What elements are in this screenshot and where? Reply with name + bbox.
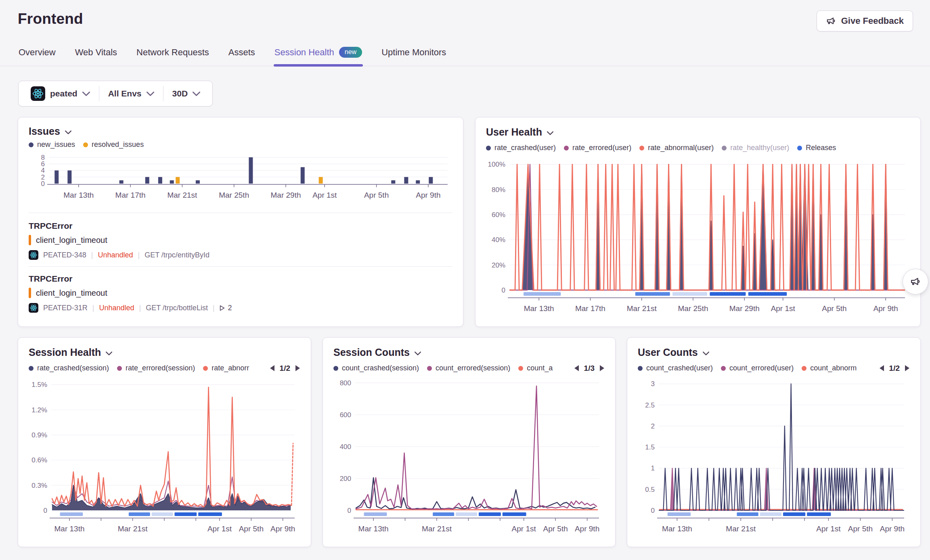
legend-label: count_errored(user): [729, 364, 794, 372]
issues-panel-header[interactable]: Issues: [29, 125, 452, 137]
user-counts-legend-pager: 1/2: [879, 364, 910, 373]
issue-row[interactable]: TRPCErrorclient_login_timeoutPEATED-348|…: [29, 219, 452, 266]
tab-overview[interactable]: Overview: [18, 43, 57, 66]
legend-item[interactable]: rate_abnormal(user): [639, 144, 714, 152]
legend-item[interactable]: rate_healthy(user): [722, 144, 789, 152]
replay-count[interactable]: 2: [220, 304, 232, 312]
svg-text:2: 2: [41, 173, 45, 181]
environment-selector[interactable]: All Envs: [99, 81, 163, 106]
legend-item[interactable]: count_abnorm: [802, 364, 857, 372]
legend-dot: [564, 146, 569, 150]
svg-text:Apr 9th: Apr 9th: [575, 524, 599, 533]
legend-prev-button[interactable]: [879, 365, 884, 372]
tab-network-requests[interactable]: Network Requests: [136, 43, 210, 66]
svg-text:0: 0: [348, 507, 351, 514]
legend-item[interactable]: rate_crashed(user): [486, 144, 556, 152]
legend-dot: [29, 142, 34, 147]
svg-text:Mar 21st: Mar 21st: [118, 524, 148, 533]
panel-user-counts: User Counts count_crashed(user)count_err…: [627, 337, 921, 547]
legend-label: count_crashed(user): [646, 364, 713, 372]
svg-text:1: 1: [651, 464, 655, 472]
svg-text:Mar 21st: Mar 21st: [726, 524, 756, 533]
svg-text:Mar 25th: Mar 25th: [219, 191, 249, 199]
panel-session-health: Session Health rate_crashed(session)rate…: [18, 337, 311, 547]
svg-text:0: 0: [651, 507, 655, 514]
legend-dot: [797, 146, 802, 150]
legend-dot: [518, 366, 523, 371]
svg-text:200: 200: [340, 475, 351, 483]
tab-session-health[interactable]: Session Healthnew: [274, 43, 363, 66]
svg-text:600: 600: [340, 411, 351, 419]
project-selector[interactable]: peated: [22, 81, 99, 106]
tab-uptime-monitors[interactable]: Uptime Monitors: [381, 43, 447, 66]
chevron-down-icon: [65, 130, 71, 134]
session-counts-panel-header[interactable]: Session Counts: [333, 346, 605, 359]
legend-next-button[interactable]: [905, 365, 910, 372]
issue-culprit: GET /trpc/entityById: [145, 251, 209, 259]
legend-item[interactable]: count_crashed(session): [333, 364, 419, 372]
issue-error-type: TRPCError: [29, 221, 452, 231]
svg-text:Apr 5th: Apr 5th: [543, 524, 568, 533]
session-health-panel-header[interactable]: Session Health: [29, 346, 300, 359]
new-badge: new: [339, 47, 362, 58]
floating-feedback-button[interactable]: [903, 269, 928, 295]
svg-text:0: 0: [44, 507, 47, 514]
legend-item[interactable]: rate_errored(session): [117, 364, 195, 372]
session-counts-chart: 8006004002000Mar 13thMar 21stApr 1stApr …: [333, 376, 605, 539]
svg-text:Apr 9th: Apr 9th: [270, 524, 295, 533]
active-tab-underline: [274, 64, 363, 67]
legend-item[interactable]: new_issues: [29, 140, 75, 149]
tab-label: Overview: [19, 47, 56, 58]
user-health-legend: rate_crashed(user)rate_errored(user)rate…: [486, 144, 910, 152]
legend-item[interactable]: resolved_issues: [83, 140, 144, 149]
issue-message-text: client_login_timeout: [36, 288, 107, 298]
user-counts-chart: 32.521.510.50Mar 13thMar 21stApr 1stApr …: [638, 376, 910, 539]
legend-prev-button[interactable]: [270, 365, 275, 372]
chevron-down-icon: [147, 92, 154, 96]
legend-label: new_issues: [37, 140, 75, 149]
svg-text:2: 2: [651, 422, 655, 430]
tab-assets[interactable]: Assets: [228, 43, 256, 66]
legend-item[interactable]: count_errored(user): [721, 364, 794, 372]
legend-item[interactable]: count_crashed(user): [638, 364, 713, 372]
legend-label: rate_crashed(user): [494, 144, 556, 152]
page-header: Frontend Give Feedback: [0, 0, 930, 31]
meta-separator: |: [91, 251, 93, 259]
user-counts-panel-header[interactable]: User Counts: [638, 346, 910, 359]
user-health-panel-header[interactable]: User Health: [486, 125, 910, 139]
megaphone-icon: [910, 276, 921, 287]
user-counts-legend: count_crashed(user)count_errored(user)co…: [638, 364, 875, 372]
svg-text:Mar 25th: Mar 25th: [678, 304, 708, 313]
legend-item[interactable]: rate_errored(user): [564, 144, 631, 152]
legend-dot: [83, 142, 88, 147]
tab-web-vitals[interactable]: Web Vitals: [74, 43, 118, 66]
meta-separator: |: [138, 251, 140, 259]
legend-label: count_errored(session): [436, 364, 510, 372]
issue-culprit: GET /trpc/bottleList: [146, 304, 208, 312]
issue-row[interactable]: TRPCErrorclient_login_timeoutPEATED-31R|…: [29, 266, 452, 319]
legend-dot: [639, 146, 644, 150]
legend-prev-button[interactable]: [574, 365, 579, 372]
legend-item[interactable]: rate_abnorr: [203, 364, 249, 372]
issues-list: TRPCErrorclient_login_timeoutPEATED-348|…: [29, 213, 452, 319]
svg-text:20%: 20%: [492, 261, 505, 269]
svg-text:Mar 17th: Mar 17th: [575, 304, 605, 313]
give-feedback-button[interactable]: Give Feedback: [817, 10, 913, 31]
legend-next-button[interactable]: [599, 365, 605, 372]
svg-text:3: 3: [651, 380, 655, 388]
date-range-selector[interactable]: 30D: [163, 81, 209, 106]
legend-item[interactable]: rate_crashed(session): [29, 364, 109, 372]
legend-dot: [722, 146, 727, 150]
legend-label: rate_healthy(user): [730, 144, 789, 152]
svg-text:0.3%: 0.3%: [31, 482, 47, 489]
legend-item[interactable]: count_errored(session): [427, 364, 510, 372]
svg-text:6: 6: [41, 160, 45, 168]
legend-item[interactable]: count_a: [518, 364, 553, 372]
legend-dot: [638, 366, 643, 371]
svg-text:Apr 5th: Apr 5th: [364, 191, 389, 199]
legend-item[interactable]: Releases: [797, 144, 836, 152]
svg-text:Apr 1st: Apr 1st: [207, 524, 232, 533]
tab-bar: OverviewWeb VitalsNetwork RequestsAssets…: [0, 43, 930, 66]
legend-next-button[interactable]: [295, 365, 300, 372]
legend-dot: [802, 366, 806, 371]
